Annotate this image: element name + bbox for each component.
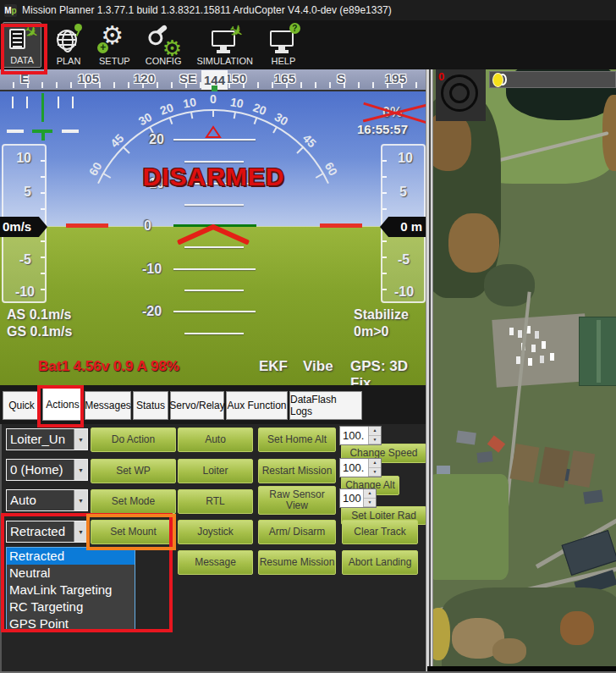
flight-mode-value: Stabilize — [354, 307, 409, 323]
spinner-up-icon[interactable]: ▲ — [369, 459, 381, 468]
message-button[interactable]: Message — [178, 550, 253, 575]
tab-aux-function[interactable]: Aux Function — [226, 391, 288, 420]
mount-select[interactable]: Retracted▼ — [6, 521, 88, 543]
satellite-map[interactable]: 0 — [433, 69, 616, 666]
mount-option-rc-targeting[interactable]: RC Targeting — [7, 599, 135, 615]
groundspeed-value: GS 0.1m/s — [7, 324, 72, 339]
auto-button[interactable]: Auto — [178, 428, 253, 452]
compass-label: 195 — [385, 71, 406, 86]
raw-sensor-view-button[interactable]: Raw Sensor View — [258, 486, 336, 515]
set-wp-button[interactable]: Set WP — [91, 459, 176, 483]
config-wrench-icon: ⚙ — [148, 26, 179, 55]
compass-label: 150 — [225, 71, 246, 86]
mission-planner-window: Mp Mission Planner 1.3.77.1 build 1.3.83… — [0, 0, 616, 673]
compass-ribbon: E 105 120 SE 150 165 S 195 144 — [0, 69, 427, 91]
chevron-down-icon: ▼ — [74, 490, 87, 510]
right-wing-bar — [320, 223, 362, 228]
pitch-label: -10 — [142, 262, 162, 277]
svg-text:20: 20 — [158, 100, 175, 117]
compass-label: S — [337, 71, 345, 86]
pitch-label: 20 — [149, 132, 164, 147]
slider-knob[interactable] — [492, 73, 503, 87]
arm-status-text: DISARMED — [0, 163, 427, 191]
rtl-button[interactable]: RTL — [178, 489, 253, 514]
ekf-indicator[interactable]: EKF — [259, 358, 288, 375]
map-zoom-slider[interactable] — [489, 71, 616, 88]
spinner-down-icon[interactable]: ▼ — [369, 436, 381, 445]
tab-actions[interactable]: Actions — [42, 388, 83, 421]
flight-data-icon: ✈ — [7, 25, 37, 54]
compass-label: 105 — [78, 71, 99, 86]
mount-option-mavlink-targeting[interactable]: MavLink Targeting — [7, 582, 135, 599]
hud-clock: 16:55:57 — [357, 122, 408, 136]
heading-tick-icon — [212, 86, 217, 91]
mount-option-neutral[interactable]: Neutral — [7, 565, 135, 582]
chevron-down-icon: ▼ — [74, 429, 87, 450]
chevron-down-icon: ▼ — [74, 460, 87, 480]
loiter-rad-spinner[interactable]: 100 ▲▼ — [339, 488, 377, 508]
set-mount-button[interactable]: Set Mount — [91, 520, 176, 544]
set-mode-button[interactable]: Set Mode — [91, 489, 176, 514]
svg-text:10: 10 — [182, 95, 197, 110]
window-title: Mission Planner 1.3.77.1 build 1.3.8321.… — [22, 4, 392, 16]
abort-landing-button[interactable]: Abort Landing — [342, 550, 418, 575]
spinner-down-icon[interactable]: ▼ — [364, 499, 376, 508]
restart-mission-button[interactable]: Restart Mission — [258, 459, 336, 483]
app-logo-icon: Mp — [4, 4, 17, 17]
toolbar-config-button[interactable]: ⚙ CONFIG — [142, 22, 185, 68]
loiter-button[interactable]: Loiter — [178, 459, 253, 483]
mount-option-retracted[interactable]: Retracted — [7, 548, 135, 565]
title-bar: Mp Mission Planner 1.3.77.1 build 1.3.83… — [0, 0, 616, 20]
svg-text:20: 20 — [251, 101, 268, 118]
setup-gear-icon: ⚙+ — [99, 26, 129, 55]
help-monitor-icon: ? — [268, 26, 299, 55]
wp-distance-value: 0m>0 — [354, 324, 388, 339]
toolbar-simulation-button[interactable]: ✈ SIMULATION — [193, 22, 256, 68]
battery-status: Bat1 4.56v 0.9 A 98% — [38, 358, 179, 375]
tab-dataflash-logs[interactable]: DataFlash Logs — [289, 391, 362, 420]
resume-mission-button[interactable]: Resume Mission — [258, 550, 336, 575]
tab-quick[interactable]: Quick — [3, 391, 41, 420]
mount-option-gps-point[interactable]: GPS Point — [7, 615, 135, 632]
altitude-flag: 0 m — [380, 217, 427, 237]
joystick-button[interactable]: Joystick — [178, 520, 253, 544]
svg-text:10: 10 — [229, 95, 245, 110]
speed-spinner[interactable]: 100. ▲▼ — [339, 426, 382, 445]
alt-spinner[interactable]: 100. ▲▼ — [339, 458, 382, 477]
panel-splitter[interactable] — [426, 69, 433, 673]
gauge-value: 0 — [438, 70, 444, 83]
do-action-button[interactable]: Do Action — [91, 428, 176, 452]
speed-flag: 0m/s — [0, 217, 47, 237]
waypoint-select[interactable]: 0 (Home)▼ — [6, 459, 88, 481]
gps-status: GPS: 3D Fix — [350, 358, 427, 385]
set-home-alt-button[interactable]: Set Home Alt — [258, 428, 336, 452]
mount-dropdown-list: Retracted Neutral MavLink Targeting RC T… — [6, 547, 135, 632]
chevron-down-icon: ▼ — [74, 521, 87, 542]
action-select[interactable]: Loiter_Un▼ — [6, 428, 88, 450]
toolbar-plan-button[interactable]: PLAN — [50, 22, 87, 68]
toolbar-help-button[interactable]: ? HELP — [265, 22, 302, 68]
tab-status[interactable]: Status — [133, 391, 168, 420]
pitch-label: 0 — [144, 218, 151, 234]
bottom-tab-bar: Quick Actions Messages Status Servo/Rela… — [0, 385, 427, 424]
flight-plan-globe-icon — [53, 26, 84, 55]
spinner-up-icon[interactable]: ▲ — [369, 427, 381, 436]
simulation-monitor-icon: ✈ — [210, 26, 240, 55]
vibe-indicator[interactable]: Vibe — [303, 358, 333, 375]
tab-messages[interactable]: Messages — [85, 391, 131, 420]
roll-pointer-icon — [206, 127, 220, 137]
hud-display: 60 45 30 20 10 0 10 20 30 45 60 — [0, 69, 427, 385]
compass-label: SE — [179, 71, 196, 86]
actions-panel: Loiter_Un▼ 0 (Home)▼ Auto▼ Retracted▼ Do… — [0, 424, 427, 673]
toolbar-data-button[interactable]: ✈ DATA — [3, 22, 41, 68]
spinner-down-icon[interactable]: ▼ — [369, 468, 381, 477]
compass-label: E — [20, 71, 29, 86]
spinner-up-icon[interactable]: ▲ — [364, 489, 376, 499]
compass-label: 120 — [134, 71, 155, 86]
tab-servo-relay[interactable]: Servo/Relay — [170, 391, 224, 420]
svg-text:0: 0 — [210, 92, 217, 106]
clear-track-button[interactable]: Clear Track — [342, 520, 418, 544]
arm-disarm-button[interactable]: Arm/ Disarm — [258, 520, 336, 544]
toolbar-setup-button[interactable]: ⚙+ SETUP — [96, 22, 134, 68]
mode-select[interactable]: Auto▼ — [6, 489, 88, 511]
